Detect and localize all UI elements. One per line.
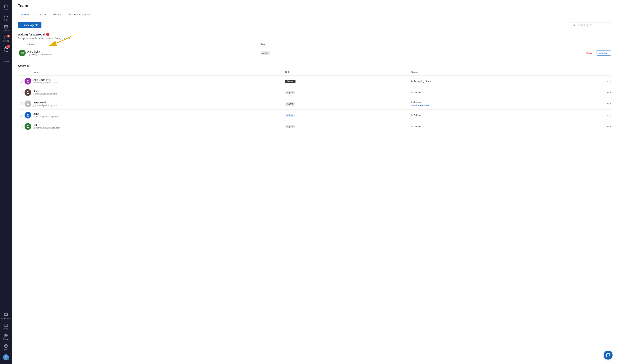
agent-checkbox-ann[interactable] [20,80,23,83]
agent-info-og: Ola Górska o.gorska@yourshop.com [27,50,261,56]
active-col-status-header[interactable]: Status ↑ [411,71,600,74]
sidebar-item-settings[interactable]: Settings [0,332,12,342]
user-avatar-sidebar[interactable] [0,352,12,362]
page-title: Team [18,3,611,8]
svg-rect-7 [4,313,8,316]
sidebar: Chats Traffic Archives 1 Tickets [0,0,12,364]
main-content: Team Agents Chatbots Groups Suspended ag… [12,0,617,364]
col-name-header: Name ↑ [27,43,261,46]
agent-status-miles: Offline [411,125,600,128]
svg-point-23 [27,125,29,127]
agent-row-ann: Ann Smith (You) a.smith@yourshop.com Own… [18,76,611,87]
search-input[interactable] [577,24,609,26]
invite-agents-button[interactable]: + Invite agents [18,22,41,28]
help-icon [4,344,8,348]
send-reminder-link[interactable]: Send a reminder [411,104,429,107]
agent-checkbox-jane[interactable] [20,114,23,117]
svg-point-16 [573,24,575,26]
agent-row-jane: Jane j.jackson@yourshop.com Admin Offlin… [18,110,611,121]
svg-point-15 [5,356,6,357]
more-options-jane[interactable]: ••• [607,113,611,117]
sidebar-item-team-label: Team [4,50,8,52]
sidebar-item-reports-label: Reports [3,61,9,63]
agent-info-jane: Jane j.jackson@yourshop.com [33,112,285,118]
sort-up-icon: ↑ [34,43,35,45]
sidebar-item-archives[interactable]: Archives [0,23,12,33]
dropdown-chevron[interactable]: ▾ [431,80,433,82]
svg-line-17 [575,25,575,26]
agent-status-jan: Invite sent Send a reminder [411,101,600,107]
agent-role-jan: Agent [285,102,411,106]
more-options-miles[interactable]: ••• [607,125,611,129]
svg-rect-10 [4,324,8,326]
reports-icon [4,56,8,60]
tab-groups[interactable]: Groups [50,11,65,18]
more-options-ann[interactable]: ••• [607,79,611,83]
chat-widget-button[interactable] [604,351,613,360]
active-table-header: Name Role Status ↑ [18,69,611,76]
agent-checkbox-jan[interactable] [20,102,23,105]
archives-icon [4,25,8,29]
sidebar-item-chats-label: Chats [3,9,8,11]
approval-section-subtitle: Accept or deny the invite requests from … [18,37,611,39]
sidebar-item-reports[interactable]: Reports [0,54,12,65]
traffic-icon [4,14,8,19]
approve-button[interactable]: Approve [597,51,611,55]
search-icon [573,24,575,27]
sidebar-item-marketplace-label: Marketplace [1,317,11,319]
tickets-badge: 1 [7,35,10,38]
sidebar-item-chats[interactable]: Chats [0,2,12,13]
sidebar-item-billing[interactable]: Billing [0,321,12,332]
approval-table-header: Name ↑ Role [18,42,611,47]
sidebar-item-tickets-label: Tickets [3,40,9,42]
agent-role-og: Agent [261,51,377,55]
chat-icon [4,4,8,8]
col-role-header: Role [261,43,377,46]
svg-point-22 [27,114,29,115]
approval-section: Waiting for approval 1 Accept or deny th… [18,33,611,59]
agent-avatar-miles [25,123,31,130]
approval-actions: Deny Approve [377,51,611,55]
status-dot-online [411,80,413,82]
agent-avatar-jane [25,112,31,118]
sidebar-item-team[interactable]: 1 Team [0,44,12,54]
active-section: Active (5) Name Role Status ↑ [18,64,611,132]
active-col-name-header[interactable]: Name [33,71,285,74]
tabs-bar: Agents Chatbots Groups Suspended agents [18,11,611,18]
sidebar-item-help[interactable]: Help [0,342,12,352]
search-box [570,22,611,28]
agent-role-ann: Owner [285,79,411,83]
marketplace-icon [4,313,8,317]
more-options-jack[interactable]: ••• [607,91,611,94]
svg-point-20 [27,91,29,92]
agent-role-jane: Admin [285,114,411,117]
billing-icon [4,323,8,327]
active-col-role-header: Role [285,71,411,74]
agent-status-ann: Accepting chats ▾ [411,80,600,83]
agent-row-jan: Jan Nowak j.nowak@yourshop.com Agent Inv… [18,98,611,110]
svg-point-19 [27,80,29,81]
agent-checkbox-miles[interactable] [20,125,23,128]
more-options-jan[interactable]: ••• [607,102,611,106]
agent-row-jack: Jack j.brown@yourshop.com Agent Offline … [18,87,611,98]
agent-row-miles: Miles m.morales@yourshop.com Agent Offli… [18,121,611,132]
agent-info-jack: Jack j.brown@yourshop.com [33,90,285,95]
agent-avatar-jan [25,101,31,107]
agent-avatar-ann [25,78,31,84]
deny-button[interactable]: Deny [586,52,592,54]
approval-section-title: Waiting for approval 1 [18,33,611,36]
settings-icon [4,334,8,338]
sidebar-bottom: Marketplace Billing Settings [0,311,12,362]
svg-point-12 [6,335,7,336]
tab-suspended-agents[interactable]: Suspended agents [65,11,94,18]
sidebar-item-tickets[interactable]: 1 Tickets [0,33,12,44]
tab-agents[interactable]: Agents [18,11,33,18]
agent-info-jan: Jan Nowak j.nowak@yourshop.com [33,101,285,107]
sidebar-item-help-label: Help [4,349,8,351]
agent-checkbox-jack[interactable] [20,91,23,94]
content-area: + Invite agents Waiting for [12,18,617,364]
agent-status-jack: Offline [411,91,600,94]
sidebar-item-traffic[interactable]: Traffic [0,13,12,23]
sidebar-item-marketplace[interactable]: Marketplace [0,311,12,321]
tab-chatbots[interactable]: Chatbots [33,11,50,18]
